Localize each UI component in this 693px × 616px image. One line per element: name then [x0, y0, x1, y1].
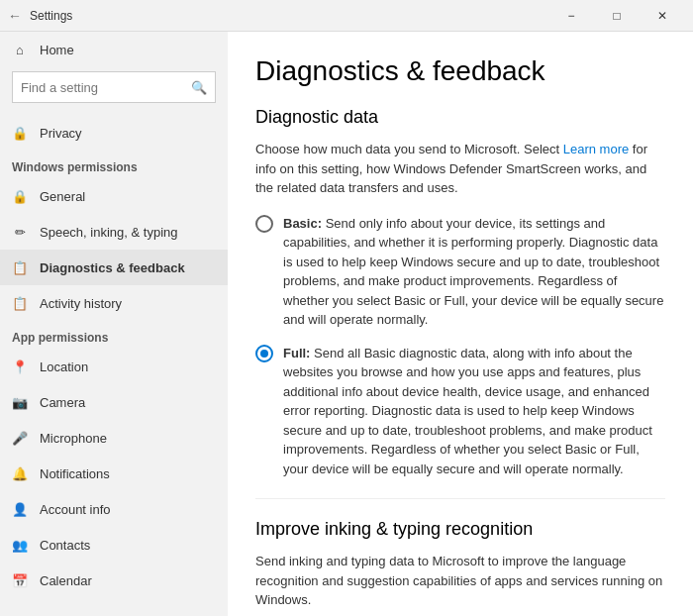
privacy-icon: 🔒 — [12, 125, 28, 141]
sidebar-item-home[interactable]: ⌂ Home — [0, 32, 228, 67]
notifications-icon: 🔔 — [12, 465, 28, 481]
sidebar-notifications-label: Notifications — [40, 466, 110, 481]
learn-more-link[interactable]: Learn more — [563, 142, 629, 156]
main-container: ⌂ Home 🔍 🔒 Privacy Windows permissions 🔒… — [0, 32, 693, 616]
speech-icon: ✏ — [12, 224, 28, 240]
full-desc: Send all Basic diagnostic data, along wi… — [283, 346, 652, 476]
inking-desc: Send inking and typing data to Microsoft… — [255, 552, 665, 610]
microphone-icon: 🎤 — [12, 430, 28, 446]
activity-icon: 📋 — [12, 295, 28, 311]
basic-desc: Send only info about your device, its se… — [283, 216, 663, 328]
content-area: Diagnostics & feedback Diagnostic data C… — [228, 32, 693, 616]
minimize-button[interactable]: − — [548, 0, 594, 32]
sidebar-location-label: Location — [40, 359, 88, 374]
camera-icon: 📷 — [12, 394, 28, 410]
contacts-icon: 👥 — [12, 537, 28, 553]
sidebar-item-location[interactable]: 📍 Location — [0, 349, 228, 384]
sidebar-item-camera[interactable]: 📷 Camera — [0, 384, 228, 420]
sidebar: ⌂ Home 🔍 🔒 Privacy Windows permissions 🔒… — [0, 32, 228, 616]
sidebar-item-calendar[interactable]: 📅 Calendar — [0, 563, 228, 598]
sidebar-microphone-label: Microphone — [40, 431, 107, 446]
sidebar-privacy-label: Privacy — [40, 126, 82, 141]
basic-radio-text: Basic: Send only info about your device,… — [283, 214, 665, 330]
sidebar-activity-label: Activity history — [40, 296, 122, 311]
calendar-icon: 📅 — [12, 572, 28, 588]
search-input[interactable] — [21, 80, 191, 95]
full-radio-text: Full: Send all Basic diagnostic data, al… — [283, 344, 665, 479]
sidebar-camera-label: Camera — [40, 395, 85, 410]
maximize-button[interactable]: □ — [594, 0, 640, 32]
inking-title: Improve inking & typing recognition — [255, 519, 665, 540]
full-label: Full: — [283, 346, 310, 360]
basic-label: Basic: — [283, 216, 322, 231]
title-bar-title: Settings — [30, 9, 72, 23]
full-radio-option: Full: Send all Basic diagnostic data, al… — [255, 344, 665, 479]
diagnostic-desc: Choose how much data you send to Microso… — [255, 140, 665, 198]
sidebar-account-label: Account info — [40, 502, 111, 517]
section-divider-1 — [255, 498, 665, 499]
sidebar-item-activity[interactable]: 📋 Activity history — [0, 285, 228, 321]
diagnostics-icon: 📋 — [12, 259, 28, 275]
sidebar-contacts-label: Contacts — [40, 538, 90, 553]
general-icon: 🔒 — [12, 188, 28, 204]
sidebar-item-privacy[interactable]: 🔒 Privacy — [0, 115, 228, 151]
back-arrow-icon[interactable]: ← — [8, 8, 22, 24]
title-bar: ← Settings − □ ✕ — [0, 0, 693, 32]
app-permissions-label: App permissions — [0, 321, 228, 349]
sidebar-home-label: Home — [40, 43, 74, 57]
close-button[interactable]: ✕ — [640, 0, 685, 32]
sidebar-item-diagnostics[interactable]: 📋 Diagnostics & feedback — [0, 250, 228, 285]
sidebar-diagnostics-label: Diagnostics & feedback — [40, 260, 185, 275]
sidebar-item-microphone[interactable]: 🎤 Microphone — [0, 420, 228, 456]
sidebar-item-general[interactable]: 🔒 General — [0, 178, 228, 214]
title-bar-controls: − □ ✕ — [548, 0, 685, 32]
basic-radio-option: Basic: Send only info about your device,… — [255, 214, 665, 330]
location-icon: 📍 — [12, 359, 28, 374]
full-radio-button[interactable] — [255, 345, 273, 362]
sidebar-item-speech[interactable]: ✏ Speech, inking, & typing — [0, 214, 228, 250]
page-title: Diagnostics & feedback — [255, 55, 665, 87]
home-icon: ⌂ — [12, 42, 28, 57]
sidebar-general-label: General — [40, 189, 85, 204]
account-icon: 👤 — [12, 501, 28, 517]
sidebar-calendar-label: Calendar — [40, 573, 92, 588]
windows-permissions-label: Windows permissions — [0, 151, 228, 178]
search-icon: 🔍 — [191, 80, 207, 95]
sidebar-item-account-info[interactable]: 👤 Account info — [0, 491, 228, 527]
basic-radio-button[interactable] — [255, 215, 273, 233]
title-bar-left: ← Settings — [8, 8, 72, 24]
sidebar-item-notifications[interactable]: 🔔 Notifications — [0, 456, 228, 491]
sidebar-item-contacts[interactable]: 👥 Contacts — [0, 527, 228, 563]
diagnostic-desc-text1: Choose how much data you send to Microso… — [255, 142, 559, 156]
sidebar-speech-label: Speech, inking, & typing — [40, 225, 177, 240]
diagnostic-data-title: Diagnostic data — [255, 107, 665, 128]
search-box[interactable]: 🔍 — [12, 71, 216, 103]
